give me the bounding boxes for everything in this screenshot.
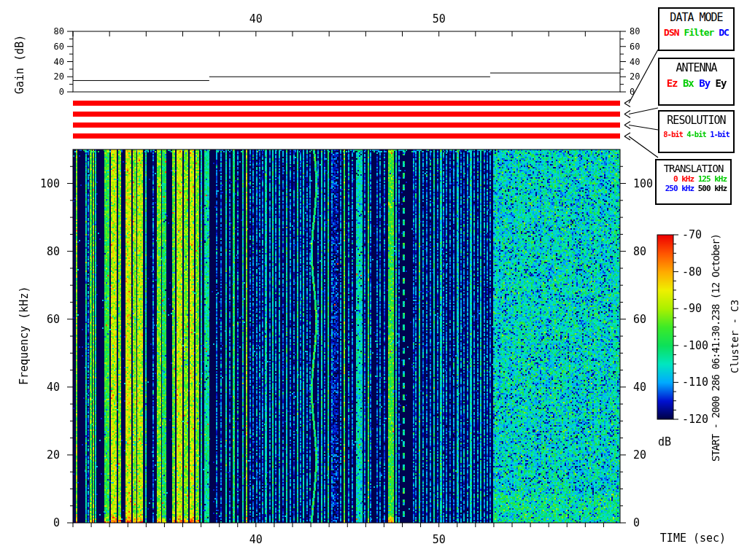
spectrogram-frame xyxy=(73,149,620,523)
freq-ytick-label: 80 xyxy=(633,245,646,258)
legend-connector xyxy=(629,125,658,131)
time-axis-label: TIME (sec) xyxy=(649,532,737,545)
gain-ytick-label: 60 xyxy=(54,42,64,52)
legend-title-resolution: RESOLUTION xyxy=(659,114,733,127)
freq-ytick-label: 80 xyxy=(47,245,60,258)
freq-ytick-label: 60 xyxy=(47,313,60,326)
time-tick-label-bottom: 40 xyxy=(249,533,263,546)
legend-connector xyxy=(629,136,658,158)
time-tick-label-top: 40 xyxy=(249,12,263,26)
legend-arrowhead xyxy=(624,133,630,136)
legend-item-4-bit: 4-bit xyxy=(686,130,706,139)
freq-ytick-label: 60 xyxy=(633,313,646,326)
freq-ytick-label: 100 xyxy=(40,177,60,190)
freq-ytick-label: 40 xyxy=(633,381,646,394)
colorbar-tick-label: -100 xyxy=(682,339,708,352)
legend-arrowhead xyxy=(624,114,630,118)
legend-item-250-khz: 250 kHz xyxy=(665,184,694,193)
legend-box-resolution: RESOLUTION8-bit 4-bit 1-bit xyxy=(658,110,735,153)
gain-ytick-label: 20 xyxy=(630,71,640,82)
legend-item-125-khz: 125 kHz xyxy=(698,174,727,184)
status-bar-1 xyxy=(73,112,620,117)
status-bar-0 xyxy=(73,101,620,106)
gain-ytick-label: 60 xyxy=(630,42,640,52)
legend-item-500-khz: 500 kHz xyxy=(698,184,727,193)
colorbar-tick-label: -110 xyxy=(682,376,708,389)
legend-item-0-khz: 0 kHz xyxy=(673,174,694,184)
legend-connector xyxy=(629,108,658,114)
colorbar-frame xyxy=(657,235,673,419)
legend-items-data-mode: DSN Filter DC xyxy=(659,27,733,38)
gain-ytick-label: 40 xyxy=(630,57,640,67)
gain-ytick-label: 0 xyxy=(59,87,64,97)
legend-item-dsn: DSN xyxy=(664,27,678,38)
colorbar-tick-label: -80 xyxy=(682,265,702,279)
gain-ytick-label: 20 xyxy=(54,71,64,82)
gain-ytick-label: 80 xyxy=(54,26,64,36)
legend-items-antenna: Ez Bx By Ey xyxy=(659,77,733,89)
freq-ytick-label: 20 xyxy=(633,448,646,462)
legend-box-antenna: ANTENNAEz Bx By Ey xyxy=(658,58,735,106)
legend-items-translation: 250 kHz 500 kHz xyxy=(657,184,730,193)
colorbar-tick-label: -90 xyxy=(682,302,702,315)
legend-box-translation: TRANSLATION0 kHz 125 kHz250 kHz 500 kHz xyxy=(655,159,732,205)
wbd-display: 0020204040606080804050002020404060608080… xyxy=(0,0,747,560)
legend-item-dc: DC xyxy=(719,27,729,38)
gain-ytick-label: 40 xyxy=(54,57,64,67)
axes-layer: 0020204040606080804050002020404060608080… xyxy=(0,0,747,560)
gain-ytick-label: 80 xyxy=(630,26,640,36)
legend-title-translation: TRANSLATION xyxy=(657,163,730,174)
legend-arrowhead xyxy=(624,122,630,125)
legend-items-translation: 0 kHz 125 kHz xyxy=(657,174,730,184)
gain-ytick-label: 0 xyxy=(630,87,635,97)
legend-item-bx: Bx xyxy=(683,77,694,89)
frequency-axis-label: Frequency (kHz) xyxy=(18,287,31,385)
start-time-label: START - 2000 286 06:41:30.238 (12 Octobe… xyxy=(710,234,721,462)
colorbar-tick-label: -120 xyxy=(682,413,708,426)
legend-item-1-bit: 1-bit xyxy=(710,130,729,139)
freq-ytick-label: 0 xyxy=(633,516,640,529)
freq-ytick-label: 100 xyxy=(633,177,653,190)
freq-ytick-label: 0 xyxy=(53,516,60,529)
time-tick-label-bottom: 50 xyxy=(433,533,446,546)
gain-plot-frame xyxy=(73,31,620,92)
legend-item-ez: Ez xyxy=(667,77,678,89)
legend-item-by: By xyxy=(699,77,710,89)
gain-axis-label: Gain (dB) xyxy=(13,35,26,94)
legend-arrowhead xyxy=(624,125,630,129)
freq-ytick-label: 20 xyxy=(47,448,60,462)
status-bar-3 xyxy=(73,133,620,139)
legend-title-antenna: ANTENNA xyxy=(659,61,733,74)
freq-ytick-label: 40 xyxy=(47,381,60,394)
legend-items-resolution: 8-bit 4-bit 1-bit xyxy=(659,130,733,139)
legend-item-filter: Filter xyxy=(684,27,713,38)
time-tick-label-top: 50 xyxy=(433,12,446,26)
legend-item-8-bit: 8-bit xyxy=(663,130,683,139)
legend-box-data-mode: DATA MODEDSN Filter DC xyxy=(658,7,735,51)
colorbar-unit-label: dB xyxy=(658,435,671,448)
colorbar-tick-label: -70 xyxy=(682,228,702,241)
status-bar-2 xyxy=(73,122,620,128)
legend-item-ey: Ey xyxy=(716,77,727,89)
legend-title-data-mode: DATA MODE xyxy=(659,11,733,24)
spacecraft-label: Cluster - C3 xyxy=(729,300,740,373)
legend-arrowhead xyxy=(624,104,630,107)
